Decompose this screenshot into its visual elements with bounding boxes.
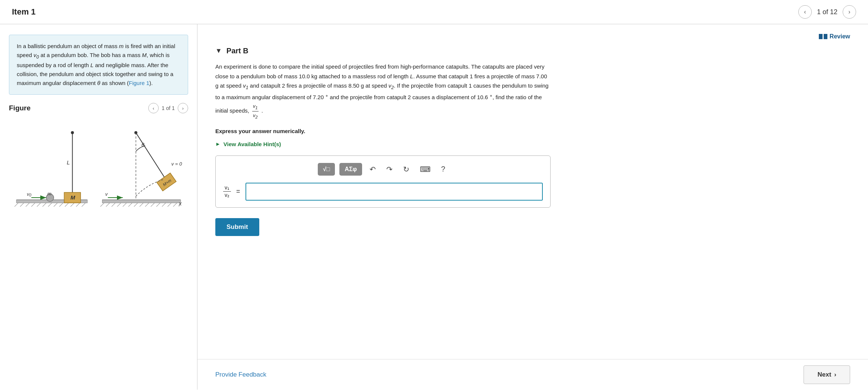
submit-button[interactable]: Submit <box>215 218 259 236</box>
answer-input-area: √□ AΣφ ↶ ↷ ↻ ⌨ ? v₁ v₂ = <box>215 155 551 208</box>
svg-line-14 <box>82 203 85 207</box>
pagination: ‹ 1 of 12 › <box>798 5 856 19</box>
svg-line-4 <box>26 203 29 207</box>
svg-line-3 <box>20 203 24 207</box>
svg-text:v0: v0 <box>27 191 32 197</box>
svg-line-45 <box>136 133 166 179</box>
svg-line-10 <box>59 203 63 207</box>
item-title: Item 1 <box>12 7 36 17</box>
svg-line-11 <box>65 203 69 207</box>
svg-line-9 <box>54 203 57 207</box>
figure-diagram: L M m v0 <box>9 118 188 237</box>
part-title: Part B <box>226 47 248 55</box>
svg-text:x: x <box>178 200 182 207</box>
main-layout: In a ballistic pendulum an object of mas… <box>0 24 868 390</box>
part-b-header: ▼ Part B <box>215 47 850 55</box>
help-button[interactable]: ? <box>438 163 448 176</box>
bottom-bar: Provide Feedback Next › <box>197 359 868 390</box>
svg-line-35 <box>145 203 149 207</box>
svg-line-33 <box>134 203 138 207</box>
svg-line-27 <box>101 203 104 207</box>
greek-symbols-button[interactable]: AΣφ <box>339 163 362 176</box>
right-panel: Review ▼ Part B An experiment is done to… <box>197 24 868 390</box>
svg-line-31 <box>123 203 127 207</box>
answer-input[interactable] <box>245 183 543 201</box>
svg-line-39 <box>168 203 171 207</box>
fraction-numerator: v₁ <box>223 184 231 192</box>
svg-line-5 <box>31 203 35 207</box>
refresh-button[interactable]: ↻ <box>400 163 412 176</box>
svg-line-12 <box>70 203 74 207</box>
review-icon-left <box>819 34 823 39</box>
provide-feedback-button[interactable]: Provide Feedback <box>215 371 266 378</box>
svg-line-2 <box>15 203 18 207</box>
svg-text:v = 0: v = 0 <box>171 161 182 167</box>
page-indicator: 1 of 12 <box>817 8 837 16</box>
next-page-button[interactable]: › <box>843 5 856 19</box>
pendulum-diagram: L M m v0 <box>9 118 188 237</box>
svg-line-13 <box>76 203 80 207</box>
next-arrow-icon: › <box>834 371 836 378</box>
review-icon-right <box>824 34 827 39</box>
svg-text:M: M <box>70 194 75 201</box>
answer-row: v₁ v₂ = <box>223 183 543 201</box>
svg-line-37 <box>156 203 160 207</box>
svg-line-6 <box>37 203 41 207</box>
svg-rect-26 <box>102 200 181 203</box>
hint-button[interactable]: ► View Available Hint(s) <box>215 141 281 147</box>
undo-button[interactable]: ↶ <box>367 163 379 176</box>
svg-line-8 <box>48 203 52 207</box>
next-label: Next <box>817 371 831 378</box>
math-template-button[interactable]: √□ <box>318 163 335 176</box>
express-answer-label: Express your answer numerically. <box>215 128 850 134</box>
review-area: Review <box>215 33 850 40</box>
svg-line-40 <box>173 203 177 207</box>
figure-header: Figure ‹ 1 of 1 › <box>9 103 188 113</box>
svg-line-36 <box>151 203 155 207</box>
figure-next-button[interactable]: › <box>178 103 188 113</box>
problem-description: In a ballistic pendulum an object of mas… <box>9 35 188 95</box>
figure-prev-button[interactable]: ‹ <box>148 103 159 113</box>
svg-text:v: v <box>105 191 108 197</box>
svg-line-34 <box>140 203 143 207</box>
svg-line-38 <box>162 203 166 207</box>
prev-page-button[interactable]: ‹ <box>798 5 812 19</box>
svg-line-32 <box>129 203 132 207</box>
figure-navigation: ‹ 1 of 1 › <box>148 103 188 113</box>
svg-text:m: m <box>47 191 51 196</box>
svg-line-28 <box>106 203 110 207</box>
svg-point-16 <box>71 131 74 134</box>
figure-page-indicator: 1 of 1 <box>162 105 175 111</box>
equals-sign: = <box>236 188 240 195</box>
figure-link[interactable]: Figure 1 <box>129 80 149 86</box>
review-button[interactable]: Review <box>819 33 850 40</box>
figure-title: Figure <box>9 104 31 112</box>
svg-line-30 <box>117 203 121 207</box>
hint-arrow-icon: ► <box>215 141 221 147</box>
svg-line-29 <box>112 203 115 207</box>
next-button[interactable]: Next › <box>804 365 850 384</box>
hint-label: View Available Hint(s) <box>224 141 281 147</box>
left-panel: In a ballistic pendulum an object of mas… <box>0 24 197 390</box>
redo-button[interactable]: ↷ <box>383 163 396 176</box>
svg-line-7 <box>42 203 46 207</box>
top-header: Item 1 ‹ 1 of 12 › <box>0 0 868 24</box>
collapse-button[interactable]: ▼ <box>215 47 222 55</box>
svg-text:L: L <box>67 159 70 166</box>
math-toolbar: √□ AΣφ ↶ ↷ ↻ ⌨ ? <box>223 163 543 176</box>
problem-text: An experiment is done to compare the ini… <box>215 62 551 120</box>
fraction-denominator: v₂ <box>223 192 231 199</box>
keyboard-button[interactable]: ⌨ <box>417 163 434 176</box>
svg-text:θ: θ <box>142 142 145 148</box>
review-label: Review <box>830 33 850 40</box>
fraction-label: v₁ v₂ <box>223 184 231 199</box>
